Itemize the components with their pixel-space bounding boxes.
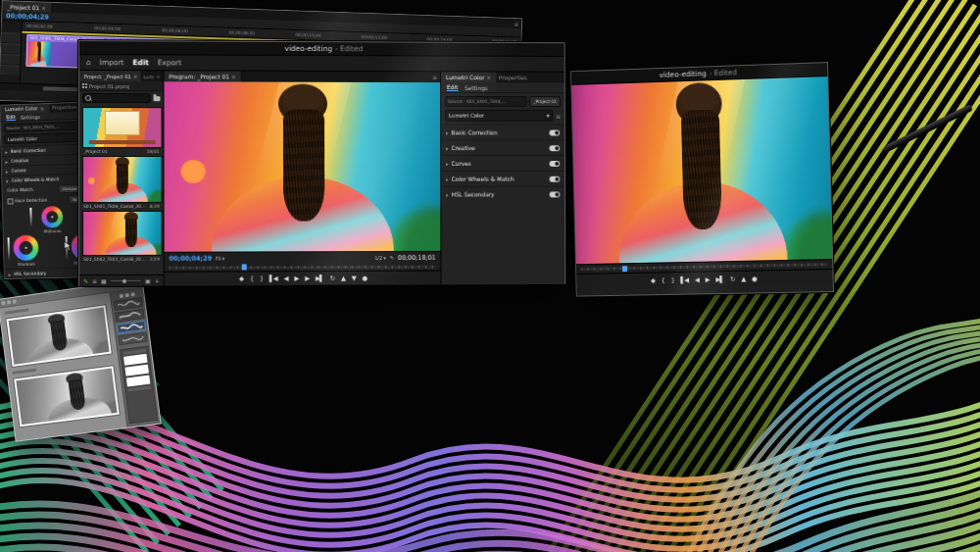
panel-menu-icon[interactable]: ≡ [556,112,561,119]
program-video-preview[interactable] [164,81,440,252]
step-back-button[interactable]: ◀ [284,276,288,281]
timeline-playhead-timecode[interactable]: 00;00;04;29 [6,12,49,21]
loop-button[interactable]: ↻ [330,276,334,281]
section-toggle[interactable] [550,191,561,197]
export-frame-button[interactable]: ● [752,276,757,282]
folder-icon[interactable] [154,96,161,101]
brush-dot[interactable] [125,293,129,297]
close-icon[interactable]: × [41,4,46,11]
midtones-wheel[interactable] [41,206,63,227]
tab-lumetri-color[interactable]: Lumetri Color × [441,72,496,82]
track-header-a1[interactable] [1,54,21,65]
playhead-timecode[interactable]: 00;00;04;29 [170,254,213,262]
brush-dot[interactable] [120,294,123,298]
program-scrubber[interactable] [170,265,436,269]
step-forward-button[interactable]: ▶ [305,276,309,281]
go-to-in-button[interactable]: ▌◀ [270,276,277,281]
tab-program[interactable]: Program: _Project 01 × [164,71,240,81]
tab-lumetri-overflow[interactable]: Lum [143,74,154,79]
tab-project[interactable]: Project: _Project 01 × [79,71,140,81]
settings-wrench-icon[interactable]: ✎ [390,254,395,260]
shadows-wheel[interactable] [13,235,38,261]
panel-menu-icon[interactable]: ≡ [514,20,518,26]
play-button[interactable]: ▶ [295,276,299,281]
target-sequence-button[interactable]: _Project 01 [529,96,561,107]
lift-button[interactable]: ▲ [341,276,345,281]
menu-edit[interactable]: Edit [132,58,149,67]
tab-overflow-icon[interactable]: » [157,73,161,79]
section-toggle[interactable] [550,129,561,135]
secondary-video-preview[interactable] [571,76,832,265]
bin-item-clip-a[interactable]: S01_Sh01_Tk04_CamA_20250103_ 4;29 [82,156,161,209]
mark-in-button[interactable]: { [250,276,253,281]
storyboard-frame-2[interactable] [13,365,121,427]
layer-item[interactable] [126,376,151,387]
search-box[interactable] [82,93,151,103]
section-curves[interactable]: ▸ Curves [441,155,564,171]
subtab-edit[interactable]: Edit [447,83,458,91]
layer-item[interactable] [124,365,149,376]
close-icon[interactable]: × [39,105,44,112]
storyboard-frame-1[interactable] [5,304,112,368]
tab-properties[interactable]: Properties [52,104,76,111]
go-to-out-button[interactable]: ▶▌ [715,276,723,283]
track-header-a2[interactable] [0,65,20,75]
play-button[interactable]: ▶ [706,276,710,283]
add-icon[interactable]: + [155,277,160,284]
playhead-handle[interactable] [242,264,247,270]
subtab-settings[interactable]: Settings [465,84,488,91]
export-frame-button[interactable]: ● [363,276,368,281]
section-basic-correction[interactable]: ▸ Basic Correction [441,125,564,140]
close-icon[interactable]: × [231,74,236,80]
section-hsl-secondary[interactable]: ▸ HSL Secondary [441,186,564,202]
track-header-v2[interactable] [1,32,21,43]
list-view-icon[interactable]: ≡ [92,277,97,284]
midtones-luma-slider[interactable] [29,208,31,227]
go-to-in-button[interactable]: ▌◀ [680,277,688,284]
thumbnail-zoom-slider[interactable] [111,280,141,281]
source-clip-field[interactable]: Source · S01_Sh01_Tk04_… [445,96,526,107]
toolbar-button[interactable] [7,300,11,304]
menu-import[interactable]: Import [100,58,124,67]
panel-menu-icon[interactable]: ≡ [432,74,437,80]
subtab-edit[interactable]: Edit [6,114,16,121]
loop-button[interactable]: ↻ [730,276,735,283]
section-color-wheels[interactable]: ▸ Color Wheels & Match [441,171,564,186]
grid-view-icon[interactable]: ▦ [101,277,107,284]
go-to-out-button[interactable]: ▶▌ [316,276,323,281]
tab-properties[interactable]: Properties [499,74,527,80]
edit-pen-icon[interactable]: ✎ [83,277,88,284]
lift-button[interactable]: ▲ [741,276,745,282]
close-icon[interactable]: × [133,73,138,79]
new-item-icon[interactable]: ▣ [145,277,151,284]
brush-dot[interactable] [130,292,134,297]
track-header-v1[interactable] [1,43,21,54]
mark-out-button[interactable]: } [671,277,674,283]
toolbar-button[interactable] [1,301,5,305]
preset-dropdown[interactable]: Lumetri Color ▾ [445,110,553,122]
subtab-settings[interactable]: Settings [21,114,40,121]
playback-resolution-select[interactable]: 1/2▾ [374,255,385,261]
toolbar-button[interactable] [13,299,17,303]
layer-item[interactable] [123,354,148,366]
add-marker-button[interactable]: ◆ [651,277,655,283]
section-creative[interactable]: ▸ Creative [441,139,564,155]
bin-item-clip-b[interactable]: S01_Sh02_Tk01_CamB_20250103_ 2;19 [82,211,161,262]
search-input[interactable] [93,95,148,101]
mark-out-button[interactable]: } [260,276,263,281]
project-breadcrumb[interactable]: Project 01.prproj [79,81,164,91]
brush-preset[interactable] [118,332,147,346]
section-toggle[interactable] [550,161,561,167]
section-toggle[interactable] [550,145,561,151]
home-icon[interactable]: ⌂ [86,58,91,67]
step-back-button[interactable]: ◀ [695,276,699,283]
close-icon[interactable]: × [486,74,491,80]
menu-export[interactable]: Export [158,58,181,67]
face-detection-checkbox[interactable]: Face Detection [8,197,48,204]
extract-button[interactable]: ▼ [352,276,356,281]
section-toggle[interactable] [550,176,561,181]
mark-in-button[interactable]: { [662,277,664,283]
playhead-handle[interactable] [622,266,627,272]
add-marker-button[interactable]: ◆ [239,276,243,281]
bin-item-sequence[interactable]: _Project 01 18;01 [82,107,161,154]
